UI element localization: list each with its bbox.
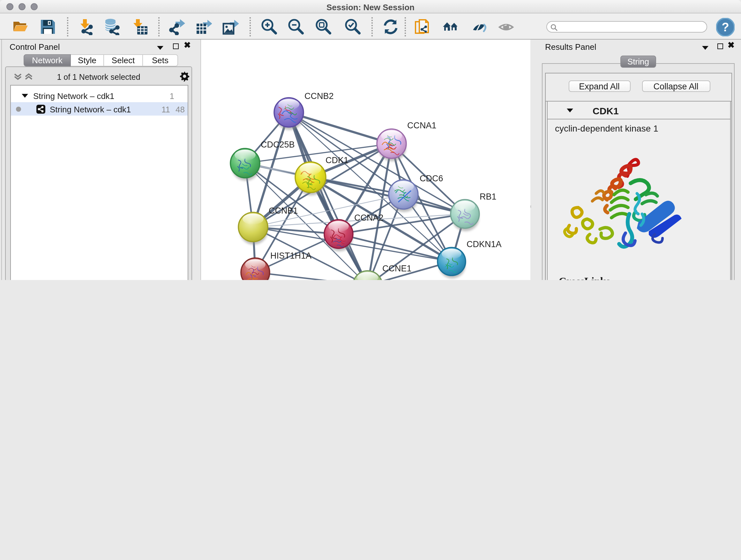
svg-text:CCNE1: CCNE1 [382,264,412,273]
svg-text:CDK1: CDK1 [326,155,348,165]
svg-text:CDKN1A: CDKN1A [467,240,502,249]
svg-text:RB1: RB1 [480,192,496,201]
svg-text:CDC6: CDC6 [420,174,443,183]
svg-text:CCNB2: CCNB2 [305,91,334,101]
svg-text:CCNB1: CCNB1 [269,206,298,215]
svg-text:HIST1H1A: HIST1H1A [270,251,312,260]
svg-text:?: ? [722,20,729,34]
svg-text:CDC25B: CDC25B [261,140,295,149]
svg-text:CCNA1: CCNA1 [407,121,436,130]
svg-text:CCNA2: CCNA2 [354,213,384,223]
